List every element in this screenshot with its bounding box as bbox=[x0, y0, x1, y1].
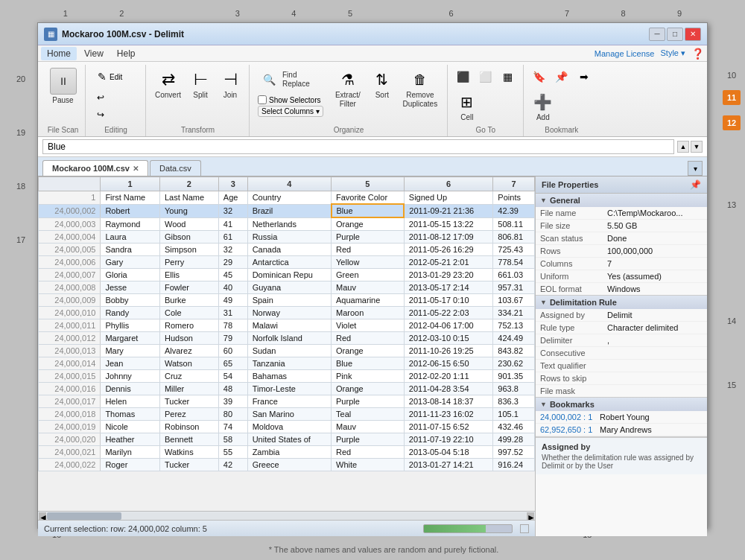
cell-7-2[interactable]: Ellis bbox=[159, 269, 218, 281]
table-row-14[interactable]: 24,000,014 Jean Watson 65 Tanzania Blue … bbox=[39, 357, 535, 370]
redo-button[interactable]: ↪ bbox=[91, 106, 110, 123]
table-row-6[interactable]: 24,000,006 Gary Perry 29 Antarctica Yell… bbox=[39, 256, 535, 269]
cell-17-1[interactable]: Helen bbox=[101, 395, 160, 408]
cell-8-7[interactable]: 957.31 bbox=[493, 281, 535, 294]
cell-h-3[interactable]: Age bbox=[218, 191, 247, 205]
minimize-button[interactable]: ─ bbox=[649, 28, 665, 41]
bookmark-pos-1[interactable]: 24,000,002 : 1 bbox=[540, 413, 600, 421]
cell-10-4[interactable]: Norway bbox=[247, 307, 331, 319]
split-button[interactable]: ⊢ Split bbox=[186, 66, 215, 102]
find-replace-button[interactable]: 🔍 Find Replace bbox=[255, 66, 326, 92]
cell-12-5[interactable]: Red bbox=[332, 332, 405, 345]
cell-7-7[interactable]: 661.03 bbox=[493, 269, 535, 281]
col-header-2[interactable]: 2 bbox=[159, 177, 218, 191]
pause-button[interactable]: ⏸ Pause bbox=[47, 66, 80, 106]
cell-15-3[interactable]: 54 bbox=[218, 370, 247, 383]
cell-4-6[interactable]: 2011-08-12 17:09 bbox=[404, 231, 493, 244]
cell-h-4[interactable]: Country bbox=[247, 191, 331, 205]
cell-3-7[interactable]: 508.11 bbox=[493, 217, 535, 231]
col-header-4[interactable]: 4 bbox=[247, 177, 331, 191]
cell-14-5[interactable]: Blue bbox=[332, 357, 405, 370]
cell-2-2[interactable]: Young bbox=[159, 204, 218, 217]
search-prev-button[interactable]: ▲ bbox=[677, 141, 689, 153]
hscroll-right-btn[interactable]: ► bbox=[527, 512, 534, 520]
table-row-11[interactable]: 24,000,011 Phyllis Romero 78 Malawi Viol… bbox=[39, 319, 535, 332]
cell-19-1[interactable]: Nicole bbox=[101, 421, 160, 433]
menu-home[interactable]: Home bbox=[41, 47, 77, 60]
table-row-15[interactable]: 24,000,015 Johnny Cruz 54 Bahamas Pink 2… bbox=[39, 370, 535, 383]
cell-8-6[interactable]: 2013-05-17 2:14 bbox=[404, 281, 493, 294]
cell-6-1[interactable]: Gary bbox=[101, 256, 160, 269]
cell-11-2[interactable]: Romero bbox=[159, 319, 218, 332]
bookmark-item-2[interactable]: 62,952,650 : 1 Mary Andrews bbox=[536, 424, 707, 436]
cell-14-7[interactable]: 230.62 bbox=[493, 357, 535, 370]
cell-22-1[interactable]: Roger bbox=[101, 459, 160, 471]
cell-6-2[interactable]: Perry bbox=[159, 256, 218, 269]
cell-12-6[interactable]: 2012-03-10 0:15 bbox=[404, 332, 493, 345]
cell-4-3[interactable]: 61 bbox=[218, 231, 247, 244]
cell-13-4[interactable]: Sudan bbox=[247, 345, 331, 357]
cell-15-7[interactable]: 901.35 bbox=[493, 370, 535, 383]
bookmarks-section-header[interactable]: ▼ Bookmarks bbox=[536, 398, 707, 411]
general-section-header[interactable]: ▼ General bbox=[536, 194, 707, 207]
close-button[interactable]: ✕ bbox=[685, 28, 701, 41]
cell-18-1[interactable]: Thomas bbox=[101, 408, 160, 421]
cell-13-3[interactable]: 60 bbox=[218, 345, 247, 357]
cell-h-6[interactable]: Signed Up bbox=[404, 191, 493, 205]
cell-2-5[interactable]: Blue bbox=[332, 204, 405, 217]
show-selectors-checkbox[interactable]: Show Selectors bbox=[258, 95, 323, 104]
cell-16-7[interactable]: 963.8 bbox=[493, 383, 535, 395]
bookmark-btn-2[interactable]: 📌 bbox=[551, 66, 572, 87]
cell-17-2[interactable]: Tucker bbox=[159, 395, 218, 408]
search-input[interactable] bbox=[42, 139, 674, 154]
pin-icon[interactable]: 📌 bbox=[690, 179, 701, 190]
cell-6-7[interactable]: 778.54 bbox=[493, 256, 535, 269]
cell-18-7[interactable]: 105.1 bbox=[493, 408, 535, 421]
table-row-19[interactable]: 24,000,019 Nicole Robinson 74 Moldova Ma… bbox=[39, 421, 535, 433]
cell-21-4[interactable]: Zambia bbox=[247, 446, 331, 459]
cell-5-7[interactable]: 725.43 bbox=[493, 244, 535, 256]
cell-4-1[interactable]: Laura bbox=[101, 231, 160, 244]
cell-14-4[interactable]: Tanzania bbox=[247, 357, 331, 370]
hscroll-thumb[interactable] bbox=[47, 512, 121, 520]
cell-2-6[interactable]: 2011-09-21 21:36 bbox=[404, 204, 493, 217]
cell-4-4[interactable]: Russia bbox=[247, 231, 331, 244]
cell-7-5[interactable]: Green bbox=[332, 269, 405, 281]
cell-21-1[interactable]: Marilyn bbox=[101, 446, 160, 459]
cell-9-2[interactable]: Burke bbox=[159, 294, 218, 307]
tab-data[interactable]: Data.csv bbox=[150, 160, 201, 176]
cell-9-5[interactable]: Aquamarine bbox=[332, 294, 405, 307]
cell-6-6[interactable]: 2012-05-21 2:01 bbox=[404, 256, 493, 269]
cell-20-6[interactable]: 2011-07-19 22:10 bbox=[404, 433, 493, 446]
cell-16-4[interactable]: Timor-Leste bbox=[247, 383, 331, 395]
cell-16-3[interactable]: 48 bbox=[218, 383, 247, 395]
cell-4-7[interactable]: 806.81 bbox=[493, 231, 535, 244]
cell-6-3[interactable]: 29 bbox=[218, 256, 247, 269]
table-row-4[interactable]: 24,000,004 Laura Gibson 61 Russia Purple… bbox=[39, 231, 535, 244]
cell-12-4[interactable]: Norfolk Island bbox=[247, 332, 331, 345]
cell-15-5[interactable]: Pink bbox=[332, 370, 405, 383]
cell-10-7[interactable]: 334.21 bbox=[493, 307, 535, 319]
cell-13-7[interactable]: 843.82 bbox=[493, 345, 535, 357]
cell-20-4[interactable]: United States of bbox=[247, 433, 331, 446]
horizontal-scrollbar[interactable]: ◄ ► bbox=[38, 511, 535, 520]
search-next-button[interactable]: ▼ bbox=[691, 141, 703, 153]
cell-17-4[interactable]: France bbox=[247, 395, 331, 408]
cell-11-3[interactable]: 78 bbox=[218, 319, 247, 332]
cell-5-1[interactable]: Sandra bbox=[101, 244, 160, 256]
goto-button-3[interactable]: ▦ bbox=[498, 66, 519, 87]
cell-3-6[interactable]: 2011-05-15 13:22 bbox=[404, 217, 493, 231]
cell-5-6[interactable]: 2011-05-26 16:29 bbox=[404, 244, 493, 256]
col-header-6[interactable]: 6 bbox=[404, 177, 493, 191]
cell-21-3[interactable]: 55 bbox=[218, 446, 247, 459]
cell-5-3[interactable]: 32 bbox=[218, 244, 247, 256]
remove-duplicates-button[interactable]: 🗑 Remove Duplicates bbox=[398, 66, 443, 111]
cell-button[interactable]: ⊞ Cell bbox=[453, 89, 481, 124]
cell-12-7[interactable]: 424.49 bbox=[493, 332, 535, 345]
cell-7-6[interactable]: 2013-01-29 23:20 bbox=[404, 269, 493, 281]
cell-20-2[interactable]: Bennett bbox=[159, 433, 218, 446]
table-row-22[interactable]: 24,000,022 Roger Tucker 42 Greece White … bbox=[39, 459, 535, 471]
cell-15-2[interactable]: Cruz bbox=[159, 370, 218, 383]
cell-7-1[interactable]: Gloria bbox=[101, 269, 160, 281]
cell-15-4[interactable]: Bahamas bbox=[247, 370, 331, 383]
